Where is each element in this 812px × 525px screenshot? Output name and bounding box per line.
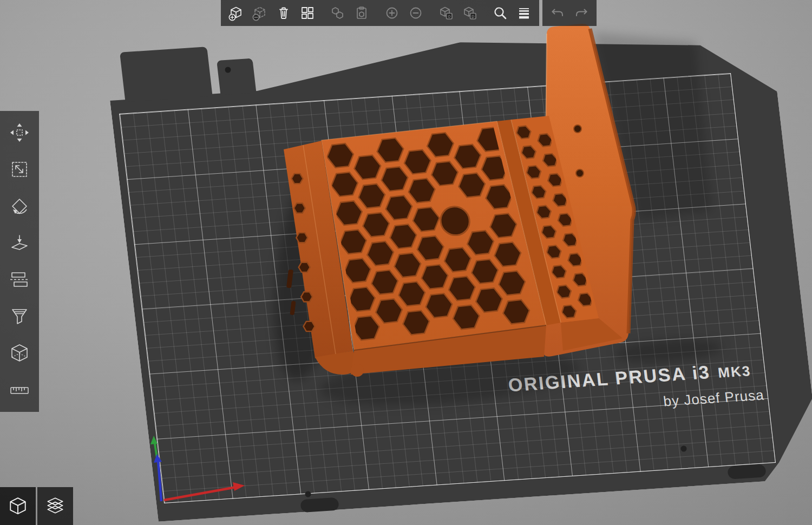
cube-minus-icon <box>251 4 269 22</box>
remove-instance-button[interactable] <box>404 1 428 25</box>
bed-grid <box>119 73 776 503</box>
rotate-button[interactable] <box>3 190 36 222</box>
print-bed: ORIGINAL PRUSA i3MK3 by Josef Prusa <box>119 73 776 503</box>
ruler-icon <box>8 378 31 402</box>
arrange-button[interactable] <box>296 1 319 25</box>
layers-stack-icon <box>45 496 66 516</box>
minus-circle-icon <box>407 4 424 22</box>
place-on-face-button[interactable] <box>3 227 36 259</box>
copy-icon <box>329 4 346 22</box>
measure-button[interactable] <box>3 374 36 406</box>
place-on-face-icon <box>8 231 31 255</box>
split-to-parts-button[interactable]: p <box>458 1 482 25</box>
undo-icon <box>549 4 566 22</box>
cube-outline-icon <box>8 496 28 516</box>
paint-button[interactable] <box>3 300 36 333</box>
bed-brand-model: MK3 <box>717 363 752 381</box>
bed-foot-left <box>300 497 339 513</box>
paste-icon <box>353 4 370 22</box>
delete-all-button[interactable] <box>272 1 296 25</box>
cube-plus-icon <box>227 4 245 22</box>
top-toolbar: o p <box>221 0 539 26</box>
trash-icon <box>275 4 292 22</box>
editor-view-button[interactable] <box>0 487 36 525</box>
rotate-icon <box>8 194 31 218</box>
left-toolbar <box>0 111 39 412</box>
view-toolbar <box>0 487 73 525</box>
seam-button[interactable] <box>3 337 36 370</box>
move-icon <box>8 121 31 145</box>
move-button[interactable] <box>3 116 36 149</box>
scale-icon <box>8 158 31 181</box>
bed-foot-right <box>727 464 767 479</box>
paste-button[interactable] <box>350 1 374 25</box>
redo-icon <box>573 4 590 22</box>
copy-button[interactable] <box>326 1 350 25</box>
layers-icon <box>515 4 533 22</box>
viewport-3d: ORIGINAL PRUSA i3MK3 by Josef Prusa <box>0 0 812 525</box>
add-instance-button[interactable] <box>380 1 404 25</box>
undo-redo-toolbar <box>542 0 597 26</box>
svg-text:p: p <box>472 14 474 19</box>
bed-tab-small <box>217 58 256 95</box>
delete-button[interactable] <box>248 1 272 25</box>
plus-circle-icon <box>383 4 401 22</box>
split-objects-icon: o <box>437 4 455 22</box>
variable-layer-height-button[interactable] <box>512 1 536 25</box>
redo-button[interactable] <box>569 1 593 25</box>
preview-view-button[interactable] <box>37 487 73 525</box>
undo-button[interactable] <box>546 1 569 25</box>
cube-icon <box>8 342 31 365</box>
bed-tab-left <box>120 47 213 102</box>
split-parts-icon: p <box>461 4 479 22</box>
arrange-grid-icon <box>299 4 316 22</box>
search-button[interactable] <box>488 1 512 25</box>
svg-text:o: o <box>448 14 450 19</box>
split-to-objects-button[interactable]: o <box>434 1 458 25</box>
paint-funnel-icon <box>8 305 31 329</box>
cut-button[interactable] <box>3 264 36 296</box>
add-button[interactable] <box>224 1 248 25</box>
cut-icon <box>8 268 31 292</box>
scale-button[interactable] <box>3 153 36 186</box>
search-icon <box>492 4 509 22</box>
